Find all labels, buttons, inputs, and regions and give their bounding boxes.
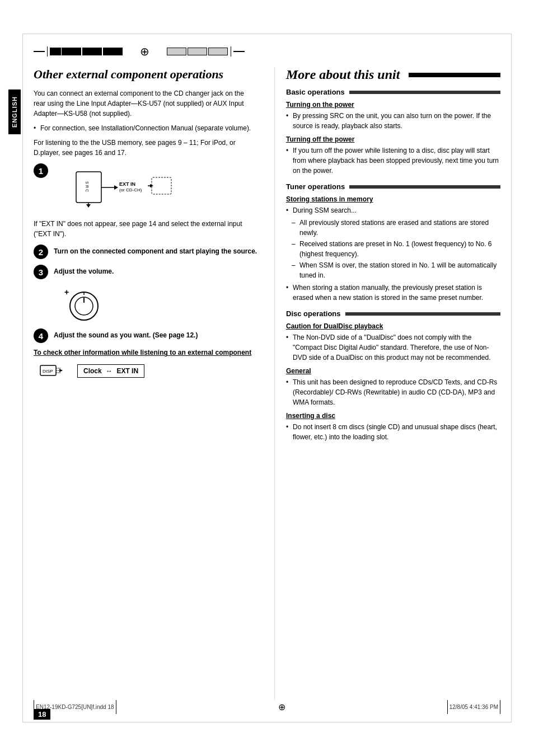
step-4-text: Adjust the sound as you want. (See page … [54, 328, 198, 340]
step-2-text: Turn on the connected component and star… [54, 245, 257, 256]
storing-dash-1: All previously stored stations are erase… [299, 218, 500, 238]
inserting-bullet: Do not insert 8 cm discs (single CD) and… [293, 422, 500, 442]
svg-marker-23 [59, 369, 63, 372]
storing-dash-3: When SSM is over, the station stored in … [299, 260, 500, 280]
caution-heading: Caution for DualDisc playback [286, 322, 500, 330]
clock-label-box: Clock ↔ EXT IN [77, 364, 144, 378]
turning-off-heading: Turning off the power [286, 135, 500, 143]
storing-dash-2: Received stations are preset in No. 1 (l… [299, 239, 500, 259]
general-heading: General [286, 367, 500, 375]
footer-filename: EN12-19KD-G725[UN]f.indd 18 [36, 704, 114, 710]
svg-text:DISP: DISP [43, 369, 53, 374]
turning-on-heading: Turning on the power [286, 101, 500, 109]
general-bullet: This unit has been designed to reproduce… [293, 377, 500, 407]
clock-ext-diagram: DISP Clock ↔ EXT IN [39, 361, 257, 381]
footer-timestamp: 12/8/05 4:41:36 PM [449, 704, 498, 710]
left-bullet-1: For connection, see Installation/Connect… [40, 123, 257, 133]
basic-ops-header: Basic operations [286, 88, 500, 96]
footer-crosshair: ⊕ [278, 702, 285, 712]
footer-right: 12/8/05 4:41:36 PM [447, 700, 500, 714]
svg-marker-5 [114, 185, 118, 190]
left-body-text-1: You can connect an external component to… [34, 88, 257, 119]
footer-bar: EN12-19KD-G725[UN]f.indd 18 ⊕ 12/8/05 4:… [34, 700, 500, 714]
footer-left: EN12-19KD-G725[UN]f.indd 18 [34, 700, 116, 714]
step-3-text: Adjust the volume. [54, 265, 114, 276]
step-3-row: 3 Adjust the volume. [34, 265, 257, 279]
step-1-note: If "EXT IN" does not appear, see page 14… [34, 219, 257, 239]
header-left-decoration: ⊕ [34, 45, 245, 58]
step-1-circle: 1 [34, 163, 48, 178]
turning-off-bullet: If you turn off the power while listenin… [293, 145, 500, 176]
storing-heading: Storing stations in memory [286, 195, 500, 203]
svg-rect-8 [152, 177, 171, 194]
main-content: ENGLISH Other external component operati… [34, 67, 500, 700]
column-divider [274, 67, 275, 700]
svg-text:EXT IN: EXT IN [119, 181, 135, 187]
caution-bullet: The Non-DVD side of a "DualDisc" does no… [293, 332, 500, 363]
step-4-circle: 4 [34, 328, 48, 343]
svg-text:S: S [85, 181, 89, 184]
check-info-heading: To check other information while listeni… [34, 349, 257, 356]
svg-point-14 [70, 292, 98, 320]
storing-bullet-1: During SSM search... [293, 205, 500, 215]
svg-marker-12 [86, 204, 91, 208]
disp-svg: DISP [39, 361, 73, 381]
disc-ops-header: Disc operations [286, 309, 500, 318]
right-column: More about this unit Basic operations Tu… [280, 67, 500, 700]
svg-text:R: R [85, 185, 89, 188]
tuner-ops-header: Tuner operations [286, 182, 500, 191]
volume-knob-diagram: + [62, 285, 257, 323]
right-section-title: More about this unit [286, 67, 500, 82]
step-1-row: 1 S R C EXT IN [34, 163, 257, 213]
left-column: ENGLISH Other external component operati… [34, 67, 269, 700]
header-bar: ⊕ [34, 45, 500, 58]
language-tab: ENGLISH [8, 90, 21, 134]
svg-text:(or CD-CH): (or CD-CH) [119, 187, 142, 192]
storing-bullet-2: When storing a station manually, the pre… [293, 283, 500, 303]
device-diagram: S R C EXT IN (or CD-CH) [65, 163, 257, 210]
left-body-text-2: For listening to the the USB memory, see… [34, 138, 257, 158]
step-4-row: 4 Adjust the sound as you want. (See pag… [34, 328, 257, 343]
svg-text:+: + [64, 288, 69, 297]
step-2-circle: 2 [34, 245, 48, 259]
step-3-circle: 3 [34, 265, 48, 279]
inserting-heading: Inserting a disc [286, 412, 500, 420]
step-2-row: 2 Turn on the connected component and st… [34, 245, 257, 259]
turning-on-bullet: By pressing SRC on the unit, you can als… [293, 111, 500, 131]
left-section-title: Other external component operations [34, 67, 257, 82]
svg-text:C: C [85, 189, 89, 192]
